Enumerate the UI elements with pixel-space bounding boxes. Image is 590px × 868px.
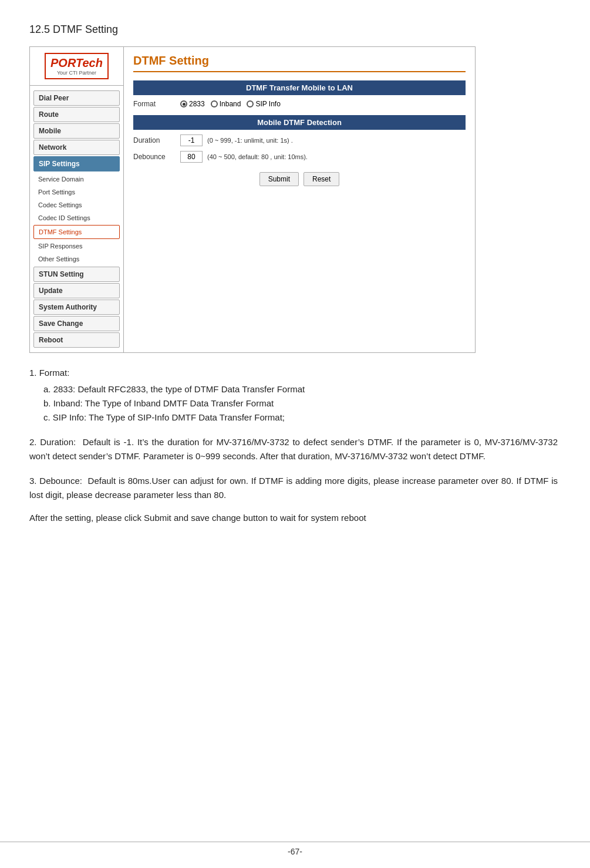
sidebar-item-sip-settings[interactable]: SIP Settings: [33, 156, 120, 171]
desc-item2-title: 2. Duration:: [29, 437, 76, 447]
sidebar-item-reboot[interactable]: Reboot: [33, 332, 120, 348]
sidebar-item-service-domain[interactable]: Service Domain: [30, 173, 123, 186]
desc-item1-title: 1. Format:: [29, 366, 558, 380]
page-number: -67-: [288, 847, 302, 856]
sidebar-item-dial-peer[interactable]: Dial Peer: [33, 90, 120, 106]
sidebar-item-update[interactable]: Update: [33, 283, 120, 298]
radio-2833[interactable]: 2833: [180, 100, 205, 108]
duration-input[interactable]: [180, 134, 203, 146]
radio-sip-info[interactable]: SIP Info: [247, 100, 280, 108]
sidebar: PORTech Your CTI Partner Dial Peer Route…: [30, 47, 124, 352]
logo-sub: Your CTI Partner: [50, 70, 103, 76]
desc-item3: 3. Debounce: Default is 80ms.User can ad…: [29, 474, 558, 502]
debounce-row: Debounce (40 ~ 500, default: 80 , unit: …: [133, 151, 466, 163]
radio-label-inband: Inband: [220, 100, 241, 108]
sidebar-item-other-settings[interactable]: Other Settings: [30, 253, 123, 265]
radio-dot-inband: [211, 100, 218, 107]
button-row: Submit Reset: [133, 172, 466, 186]
desc-item1-a: a. 2833: Default RFC2833, the type of DT…: [43, 382, 558, 396]
sidebar-item-network[interactable]: Network: [33, 140, 120, 155]
format-label: Format: [133, 100, 180, 108]
radio-dot-sip-info: [247, 100, 254, 107]
desc-item1-c: c. SIP Info: The Type of SIP-Info DMTF D…: [43, 411, 558, 425]
description-section: 1. Format: a. 2833: Default RFC2833, the…: [29, 366, 558, 502]
desc-item2: 2. Duration: Default is -1. It’s the dur…: [29, 435, 558, 463]
logo-box: PORTech Your CTI Partner: [45, 53, 109, 79]
duration-label: Duration: [133, 136, 180, 144]
desc-item2-body: 2. Duration: Default is -1. It’s the dur…: [29, 435, 558, 463]
sidebar-item-mobile[interactable]: Mobile: [33, 123, 120, 139]
radio-label-sip-info: SIP Info: [255, 100, 280, 108]
debounce-input[interactable]: [180, 151, 203, 163]
sidebar-item-port-settings[interactable]: Port Settings: [30, 186, 123, 199]
logo-area: PORTech Your CTI Partner: [30, 47, 123, 86]
section2: Mobile DTMF Detection Duration (0 ~ 999,…: [133, 115, 466, 163]
section1-header: DTMF Transfer Mobile to LAN: [133, 80, 466, 95]
desc-item3-text: Default is 80ms.User can adjust for own.…: [29, 476, 558, 500]
desc-item1-b: b. Inband: The Type of Inband DMTF Data …: [43, 396, 558, 411]
sidebar-item-save-change[interactable]: Save Change: [33, 316, 120, 331]
duration-hint: (0 ~ 999, -1: unlimit, unit: 1s) .: [207, 137, 293, 144]
debounce-hint: (40 ~ 500, default: 80 , unit: 10ms).: [207, 153, 308, 160]
reset-button[interactable]: Reset: [304, 172, 339, 186]
radio-inband[interactable]: Inband: [211, 100, 241, 108]
format-radio-group: 2833 Inband SIP Info: [180, 100, 281, 108]
desc-item2-text: Default is -1. It’s the duration for MV-…: [29, 437, 558, 461]
page-title: 12.5 DTMF Setting: [29, 23, 561, 36]
sidebar-item-codec-settings[interactable]: Codec Settings: [30, 199, 123, 211]
sidebar-item-system-authority[interactable]: System Authority: [33, 300, 120, 315]
desc-item1-subs: a. 2833: Default RFC2833, the type of DT…: [43, 382, 558, 425]
radio-label-2833: 2833: [189, 100, 205, 108]
desc-item1: 1. Format: a. 2833: Default RFC2833, the…: [29, 366, 558, 425]
sidebar-item-codec-id[interactable]: Codec ID Settings: [30, 211, 123, 224]
after-text: After the setting, please click Submit a…: [29, 513, 558, 523]
footer: -67-: [0, 842, 590, 856]
radio-dot-2833: [180, 100, 187, 107]
sidebar-item-stun[interactable]: STUN Setting: [33, 267, 120, 282]
sidebar-item-dtmf-settings[interactable]: DTMF Settings: [33, 225, 120, 239]
debounce-label: Debounce: [133, 153, 180, 161]
sidebar-nav: Dial Peer Route Mobile Network SIP Setti…: [30, 86, 123, 352]
logo-brand: PORTech: [50, 56, 103, 69]
content-area: DTMF Setting DTMF Transfer Mobile to LAN…: [124, 47, 475, 352]
desc-item3-body: 3. Debounce: Default is 80ms.User can ad…: [29, 474, 558, 502]
duration-row: Duration (0 ~ 999, -1: unlimit, unit: 1s…: [133, 134, 466, 146]
sidebar-item-sip-responses[interactable]: SIP Responses: [30, 240, 123, 253]
main-layout: PORTech Your CTI Partner Dial Peer Route…: [29, 46, 476, 353]
content-title: DTMF Setting: [133, 54, 466, 72]
section2-header: Mobile DTMF Detection: [133, 115, 466, 130]
desc-item3-title: 3. Debounce:: [29, 476, 82, 486]
format-row: Format 2833 Inband SIP Info: [133, 100, 466, 108]
sidebar-item-route[interactable]: Route: [33, 107, 120, 122]
submit-button[interactable]: Submit: [259, 172, 299, 186]
